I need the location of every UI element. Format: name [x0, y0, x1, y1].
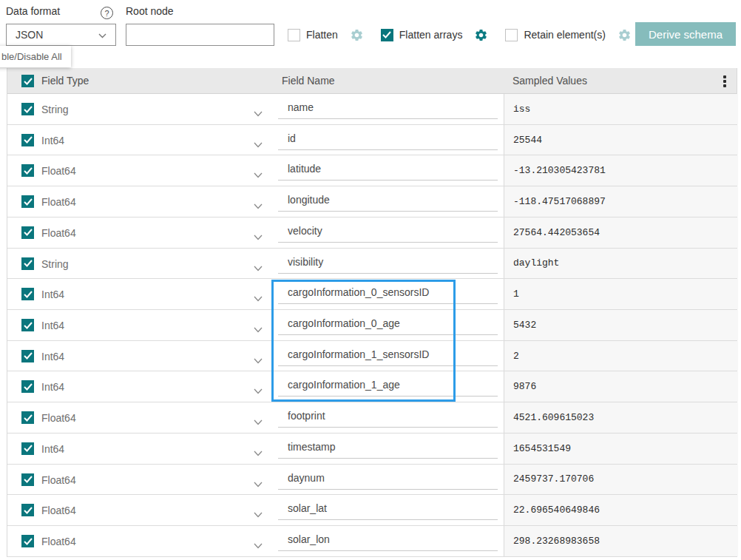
- field-type-dropdown chevron-down-icon[interactable]: [254, 477, 263, 490]
- row-enabled-checkbox[interactable]: [21, 226, 34, 239]
- data-format-select[interactable]: JSON: [6, 24, 116, 46]
- retain-elements-settings-gear-icon[interactable]: [618, 28, 632, 42]
- field-type-dropdown chevron-down-icon[interactable]: [254, 323, 263, 336]
- row-enabled-checkbox[interactable]: [21, 103, 34, 115]
- field-type-dropdown chevron-down-icon[interactable]: [254, 384, 263, 397]
- table-options-kebab-icon[interactable]: [717, 74, 732, 89]
- row-enabled-checkbox[interactable]: [21, 535, 34, 547]
- field-type-label: Float64: [41, 536, 76, 547]
- table-row: Float64 298.23268983658: [7, 526, 737, 557]
- field-type-dropdown chevron-down-icon[interactable]: [254, 138, 263, 151]
- retain-elements-checkbox[interactable]: [505, 29, 518, 41]
- table-row: String daylight: [7, 249, 737, 280]
- sampled-value: 1: [504, 279, 738, 309]
- field-name-input[interactable]: [278, 346, 498, 366]
- sampled-value: 5432: [504, 310, 738, 340]
- field-name-input[interactable]: [278, 531, 498, 551]
- field-name-input[interactable]: [278, 408, 498, 428]
- field-type-label: Float64: [41, 505, 76, 516]
- table-row: Float64 4521.609615023: [7, 402, 737, 434]
- field-name-input[interactable]: [278, 315, 498, 335]
- flatten-options-row: Flatten Flatten arrays Retain element(s): [288, 24, 649, 46]
- field-type-label: Float64: [41, 227, 76, 239]
- field-type-label: String: [41, 258, 69, 270]
- field-type-dropdown chevron-down-icon[interactable]: [254, 261, 263, 274]
- sampled-value: 27564.442053654: [504, 217, 738, 248]
- sampled-value: 25544: [504, 125, 738, 155]
- sampled-value: 298.23268983658: [504, 526, 738, 556]
- row-enabled-checkbox[interactable]: [21, 380, 34, 393]
- table-row: Float64 27564.442053654: [7, 217, 737, 249]
- sampled-value: 9876: [504, 371, 738, 402]
- field-type-label: Int64: [41, 443, 64, 455]
- field-type-dropdown chevron-down-icon[interactable]: [254, 354, 263, 367]
- field-name-input[interactable]: [278, 377, 498, 397]
- field-name-input[interactable]: [278, 284, 498, 304]
- sampled-value: 1654531549: [504, 434, 738, 464]
- field-name-input[interactable]: [278, 500, 498, 520]
- sampled-value: iss: [504, 94, 738, 124]
- field-name-input[interactable]: [278, 439, 498, 459]
- row-enabled-checkbox[interactable]: [21, 257, 34, 270]
- field-type-dropdown chevron-down-icon[interactable]: [254, 168, 263, 181]
- sampled-value: daylight: [504, 249, 738, 279]
- field-type-label: Float64: [41, 165, 76, 177]
- table-row: Float64 2459737.170706: [7, 465, 737, 496]
- row-enabled-checkbox[interactable]: [21, 134, 34, 146]
- row-enabled-checkbox[interactable]: [21, 442, 34, 455]
- field-type-dropdown chevron-down-icon[interactable]: [254, 415, 263, 428]
- row-enabled-checkbox[interactable]: [21, 473, 34, 486]
- row-enabled-checkbox[interactable]: [21, 195, 34, 208]
- field-name-input[interactable]: [278, 254, 498, 274]
- field-type-label: Float64: [41, 474, 76, 486]
- help-icon[interactable]: ?: [101, 7, 113, 19]
- derive-schema-button[interactable]: Derive schema: [635, 22, 736, 46]
- field-name-input[interactable]: [278, 161, 498, 181]
- enable-disable-all-tooltip: ble/Disable All: [0, 46, 71, 67]
- flatten-arrays-checkbox[interactable]: [381, 29, 393, 41]
- table-row: Float64 22.696540649846: [7, 495, 737, 526]
- field-name-input[interactable]: [278, 130, 498, 150]
- schema-table-body: String iss Int64 25544 Float64 -13.21030…: [7, 94, 737, 557]
- field-name-input[interactable]: [278, 223, 498, 243]
- retain-elements-option-group: Retain element(s): [505, 28, 649, 42]
- schema-table: Field Type Field Name Sampled Values Str…: [7, 68, 737, 557]
- sampled-value: 22.696540649846: [504, 495, 738, 525]
- field-type-dropdown chevron-down-icon[interactable]: [254, 446, 263, 459]
- table-row: Float64 -118.47517068897: [7, 186, 737, 217]
- row-enabled-checkbox[interactable]: [21, 350, 34, 362]
- data-format-label: Data format: [6, 5, 60, 17]
- field-type-dropdown chevron-down-icon[interactable]: [254, 107, 263, 120]
- field-name-input[interactable]: [278, 192, 498, 212]
- flatten-arrays-option-group: Flatten arrays: [381, 28, 506, 42]
- field-name-input[interactable]: [278, 99, 498, 119]
- field-type-label: Int64: [41, 320, 64, 331]
- field-type-dropdown chevron-down-icon[interactable]: [254, 539, 263, 552]
- root-node-label: Root node: [126, 5, 174, 17]
- field-type-label: Int64: [41, 289, 64, 300]
- row-enabled-checkbox[interactable]: [21, 411, 34, 424]
- flatten-arrays-label: Flatten arrays: [399, 29, 463, 41]
- field-type-dropdown chevron-down-icon[interactable]: [254, 230, 263, 243]
- field-type-dropdown chevron-down-icon[interactable]: [254, 507, 263, 521]
- table-row: Int64 1654531549: [7, 434, 737, 465]
- schema-table-header: Field Type Field Name Sampled Values: [7, 68, 737, 94]
- row-enabled-checkbox[interactable]: [21, 504, 34, 516]
- row-enabled-checkbox[interactable]: [21, 288, 34, 300]
- enable-disable-all-tooltip-text: ble/Disable All: [1, 51, 62, 62]
- field-type-dropdown chevron-down-icon[interactable]: [254, 199, 263, 212]
- field-type-dropdown chevron-down-icon[interactable]: [254, 291, 263, 305]
- row-enabled-checkbox[interactable]: [21, 319, 34, 331]
- field-name-input[interactable]: [278, 470, 498, 490]
- root-node-input[interactable]: [126, 24, 274, 46]
- sampled-value: -13.210305423781: [504, 155, 738, 186]
- sampled-values-column-header: Sampled Values: [512, 75, 587, 87]
- field-type-label: String: [41, 104, 69, 115]
- select-all-checkbox[interactable]: [21, 75, 34, 87]
- sampled-value: -118.47517068897: [504, 186, 738, 217]
- flatten-checkbox[interactable]: [288, 29, 300, 41]
- row-enabled-checkbox[interactable]: [21, 164, 34, 177]
- flatten-arrays-settings-gear-icon[interactable]: [474, 28, 488, 42]
- flatten-settings-gear-icon[interactable]: [350, 28, 364, 42]
- data-format-selected-value: JSON: [16, 29, 43, 41]
